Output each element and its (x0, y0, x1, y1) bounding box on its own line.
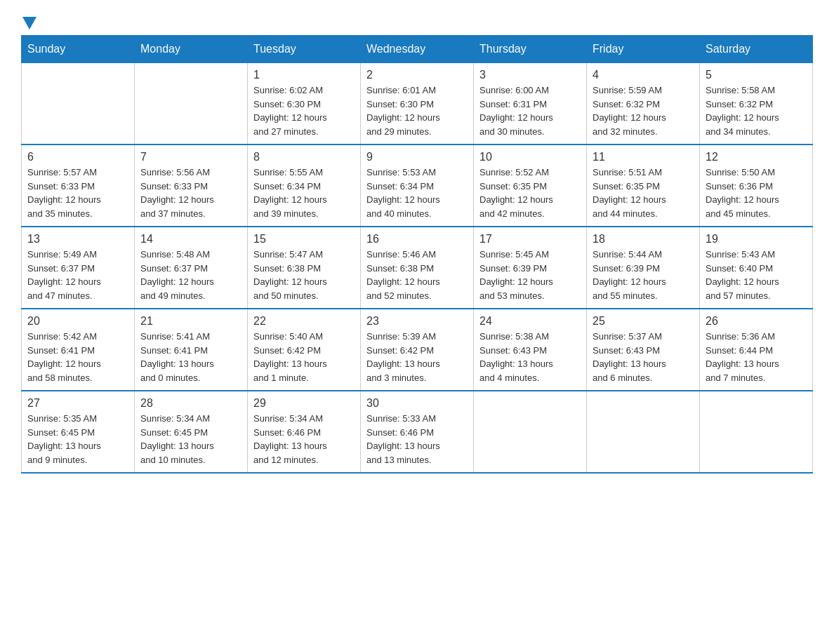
calendar-cell: 25Sunrise: 5:37 AM Sunset: 6:43 PM Dayli… (587, 309, 700, 391)
day-number: 29 (253, 397, 355, 410)
weekday-header-sunday: Sunday (22, 36, 135, 63)
day-info: Sunrise: 5:58 AM Sunset: 6:32 PM Dayligh… (706, 83, 807, 138)
calendar-cell: 3Sunrise: 6:00 AM Sunset: 6:31 PM Daylig… (474, 63, 587, 145)
day-number: 18 (593, 233, 694, 246)
calendar-cell: 24Sunrise: 5:38 AM Sunset: 6:43 PM Dayli… (474, 309, 587, 391)
day-number: 14 (140, 233, 241, 246)
day-info: Sunrise: 5:44 AM Sunset: 6:39 PM Dayligh… (593, 248, 694, 302)
day-number: 25 (593, 315, 694, 328)
day-info: Sunrise: 5:46 AM Sunset: 6:38 PM Dayligh… (366, 248, 468, 302)
calendar-cell (22, 63, 135, 145)
day-number: 30 (366, 397, 468, 410)
calendar-table: SundayMondayTuesdayWednesdayThursdayFrid… (21, 35, 813, 474)
calendar-cell: 23Sunrise: 5:39 AM Sunset: 6:42 PM Dayli… (361, 309, 474, 391)
calendar-cell: 4Sunrise: 5:59 AM Sunset: 6:32 PM Daylig… (587, 63, 700, 145)
day-info: Sunrise: 5:43 AM Sunset: 6:40 PM Dayligh… (706, 248, 807, 302)
calendar-week-row: 20Sunrise: 5:42 AM Sunset: 6:41 PM Dayli… (22, 309, 813, 391)
day-number: 12 (706, 151, 807, 163)
page-header (21, 14, 813, 28)
calendar-cell: 19Sunrise: 5:43 AM Sunset: 6:40 PM Dayli… (700, 227, 813, 309)
calendar-cell: 15Sunrise: 5:47 AM Sunset: 6:38 PM Dayli… (248, 227, 361, 309)
day-info: Sunrise: 5:42 AM Sunset: 6:41 PM Dayligh… (27, 330, 128, 384)
calendar-cell: 11Sunrise: 5:51 AM Sunset: 6:35 PM Dayli… (587, 145, 700, 227)
day-info: Sunrise: 5:34 AM Sunset: 6:46 PM Dayligh… (253, 412, 355, 467)
day-number: 17 (479, 233, 581, 246)
calendar-week-row: 27Sunrise: 5:35 AM Sunset: 6:45 PM Dayli… (22, 391, 813, 473)
calendar-cell: 8Sunrise: 5:55 AM Sunset: 6:34 PM Daylig… (248, 145, 361, 227)
day-number: 15 (253, 233, 355, 246)
day-info: Sunrise: 6:01 AM Sunset: 6:30 PM Dayligh… (366, 83, 468, 138)
day-info: Sunrise: 5:53 AM Sunset: 6:34 PM Dayligh… (366, 166, 468, 220)
calendar-cell: 29Sunrise: 5:34 AM Sunset: 6:46 PM Dayli… (248, 391, 361, 473)
day-info: Sunrise: 5:36 AM Sunset: 6:44 PM Dayligh… (706, 330, 807, 384)
day-number: 26 (706, 315, 807, 328)
calendar-cell: 28Sunrise: 5:34 AM Sunset: 6:45 PM Dayli… (135, 391, 248, 473)
day-info: Sunrise: 5:57 AM Sunset: 6:33 PM Dayligh… (27, 166, 128, 220)
day-info: Sunrise: 5:55 AM Sunset: 6:34 PM Dayligh… (253, 166, 355, 220)
day-number: 10 (479, 151, 581, 163)
day-info: Sunrise: 5:34 AM Sunset: 6:45 PM Dayligh… (140, 412, 241, 467)
day-info: Sunrise: 5:40 AM Sunset: 6:42 PM Dayligh… (253, 330, 355, 384)
day-info: Sunrise: 5:38 AM Sunset: 6:43 PM Dayligh… (479, 330, 581, 384)
day-info: Sunrise: 5:50 AM Sunset: 6:36 PM Dayligh… (706, 166, 807, 220)
calendar-cell: 18Sunrise: 5:44 AM Sunset: 6:39 PM Dayli… (587, 227, 700, 309)
calendar-cell: 22Sunrise: 5:40 AM Sunset: 6:42 PM Dayli… (248, 309, 361, 391)
day-number: 28 (140, 397, 241, 410)
calendar-week-row: 13Sunrise: 5:49 AM Sunset: 6:37 PM Dayli… (22, 227, 813, 309)
calendar-cell (700, 391, 813, 473)
day-number: 6 (27, 151, 128, 163)
day-info: Sunrise: 5:37 AM Sunset: 6:43 PM Dayligh… (593, 330, 694, 384)
day-info: Sunrise: 5:51 AM Sunset: 6:35 PM Dayligh… (593, 166, 694, 220)
day-number: 22 (253, 315, 355, 328)
calendar-week-row: 6Sunrise: 5:57 AM Sunset: 6:33 PM Daylig… (22, 145, 813, 227)
day-number: 11 (593, 151, 694, 163)
day-info: Sunrise: 5:56 AM Sunset: 6:33 PM Dayligh… (140, 166, 241, 220)
weekday-header-saturday: Saturday (700, 36, 813, 63)
day-info: Sunrise: 5:33 AM Sunset: 6:46 PM Dayligh… (366, 412, 468, 467)
svg-marker-0 (22, 17, 37, 29)
day-number: 7 (140, 151, 241, 163)
day-number: 13 (27, 233, 128, 246)
calendar-cell: 9Sunrise: 5:53 AM Sunset: 6:34 PM Daylig… (361, 145, 474, 227)
day-number: 8 (253, 151, 355, 163)
logo-triangle-icon (22, 17, 37, 31)
day-info: Sunrise: 6:00 AM Sunset: 6:31 PM Dayligh… (479, 83, 581, 138)
day-info: Sunrise: 5:41 AM Sunset: 6:41 PM Dayligh… (140, 330, 241, 384)
day-number: 20 (27, 315, 128, 328)
day-info: Sunrise: 5:52 AM Sunset: 6:35 PM Dayligh… (479, 166, 581, 220)
calendar-cell (135, 63, 248, 145)
calendar-cell: 16Sunrise: 5:46 AM Sunset: 6:38 PM Dayli… (361, 227, 474, 309)
day-number: 1 (253, 69, 355, 81)
weekday-header-thursday: Thursday (474, 36, 587, 63)
calendar-cell: 27Sunrise: 5:35 AM Sunset: 6:45 PM Dayli… (22, 391, 135, 473)
calendar-cell: 20Sunrise: 5:42 AM Sunset: 6:41 PM Dayli… (22, 309, 135, 391)
day-number: 24 (479, 315, 581, 328)
calendar-cell: 6Sunrise: 5:57 AM Sunset: 6:33 PM Daylig… (22, 145, 135, 227)
calendar-cell: 12Sunrise: 5:50 AM Sunset: 6:36 PM Dayli… (700, 145, 813, 227)
calendar-cell: 7Sunrise: 5:56 AM Sunset: 6:33 PM Daylig… (135, 145, 248, 227)
calendar-cell (587, 391, 700, 473)
day-info: Sunrise: 5:39 AM Sunset: 6:42 PM Dayligh… (366, 330, 468, 384)
weekday-header-friday: Friday (587, 36, 700, 63)
day-info: Sunrise: 5:49 AM Sunset: 6:37 PM Dayligh… (27, 248, 128, 302)
calendar-cell: 13Sunrise: 5:49 AM Sunset: 6:37 PM Dayli… (22, 227, 135, 309)
day-number: 21 (140, 315, 241, 328)
day-number: 4 (593, 69, 694, 81)
calendar-cell: 10Sunrise: 5:52 AM Sunset: 6:35 PM Dayli… (474, 145, 587, 227)
day-number: 5 (706, 69, 807, 81)
day-number: 3 (479, 69, 581, 81)
day-info: Sunrise: 5:45 AM Sunset: 6:39 PM Dayligh… (479, 248, 581, 302)
day-info: Sunrise: 5:48 AM Sunset: 6:37 PM Dayligh… (140, 248, 241, 302)
day-number: 2 (366, 69, 468, 81)
calendar-cell: 26Sunrise: 5:36 AM Sunset: 6:44 PM Dayli… (700, 309, 813, 391)
weekday-header-wednesday: Wednesday (361, 36, 474, 63)
day-info: Sunrise: 5:35 AM Sunset: 6:45 PM Dayligh… (27, 412, 128, 467)
day-info: Sunrise: 6:02 AM Sunset: 6:30 PM Dayligh… (253, 83, 355, 138)
calendar-week-row: 1Sunrise: 6:02 AM Sunset: 6:30 PM Daylig… (22, 63, 813, 145)
day-number: 16 (366, 233, 468, 246)
calendar-header-row: SundayMondayTuesdayWednesdayThursdayFrid… (22, 36, 813, 63)
logo (21, 14, 37, 28)
calendar-cell: 5Sunrise: 5:58 AM Sunset: 6:32 PM Daylig… (700, 63, 813, 145)
day-info: Sunrise: 5:59 AM Sunset: 6:32 PM Dayligh… (593, 83, 694, 138)
day-number: 23 (366, 315, 468, 328)
